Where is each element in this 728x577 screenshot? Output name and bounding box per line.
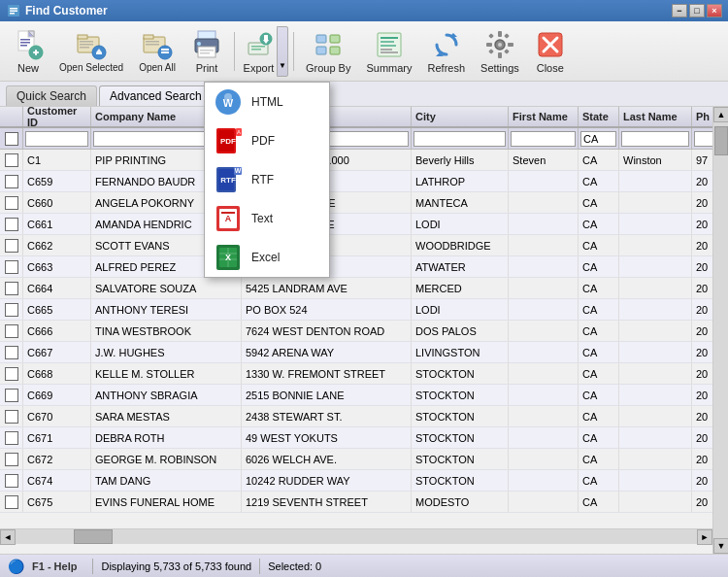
table-row[interactable]: C671 DEBRA ROTH 49 WEST YOKUTS STOCKTON … bbox=[0, 427, 712, 449]
table-row[interactable]: C665 ANTHONY TERESI PO BOX 524 LODI CA 2… bbox=[0, 299, 712, 321]
table-row[interactable]: C663 ALFRED PEREZ REL AVE ATWATER CA 20 bbox=[0, 256, 712, 278]
row-checkbox-0[interactable] bbox=[5, 153, 18, 167]
horizontal-scrollbar[interactable]: ◄ ► bbox=[0, 528, 712, 544]
table-row[interactable]: C675 EVINS FUNERAL HOME 1219 SEVENTH STR… bbox=[0, 492, 712, 513]
table-row[interactable]: C1 PIP PRINTING shire BLVD STE 1000 Beve… bbox=[0, 150, 712, 171]
filter-last-name-input[interactable] bbox=[621, 131, 689, 147]
hscroll-right-button[interactable]: ► bbox=[697, 529, 712, 545]
table-row[interactable]: C668 KELLE M. STOLLER 1330 W. FREMONT ST… bbox=[0, 363, 712, 385]
new-button[interactable]: New bbox=[6, 26, 50, 77]
table-row[interactable]: C659 FERNANDO BAUDR RITE AVE LATHROP CA … bbox=[0, 171, 712, 192]
row-checkbox-16[interactable] bbox=[5, 495, 18, 509]
filter-state-input[interactable] bbox=[580, 131, 616, 147]
row-checkbox-15[interactable] bbox=[5, 474, 18, 488]
table-row[interactable]: C667 J.W. HUGHES 5942 ARENA WAY LIVINGST… bbox=[0, 342, 712, 363]
vscroll-track[interactable] bbox=[713, 122, 728, 538]
export-rtf-item[interactable]: RTF W RTF bbox=[205, 160, 329, 199]
row-check-7[interactable] bbox=[0, 299, 23, 320]
hscroll-thumb[interactable] bbox=[74, 529, 113, 544]
export-dropdown-arrow[interactable]: ▼ bbox=[277, 26, 288, 77]
row-check-15[interactable] bbox=[0, 470, 23, 491]
row-checkbox-11[interactable] bbox=[5, 389, 18, 402]
row-check-10[interactable] bbox=[0, 363, 23, 384]
row-check-5[interactable] bbox=[0, 256, 23, 277]
row-checkbox-7[interactable] bbox=[5, 303, 18, 317]
print-button[interactable]: Print bbox=[184, 26, 229, 77]
table-row[interactable]: C670 SARA MESTAS 2438 STEWART ST. STOCKT… bbox=[0, 406, 712, 427]
close-button[interactable]: Close bbox=[528, 26, 573, 77]
row-checkbox-5[interactable] bbox=[5, 260, 18, 274]
row-check-0[interactable] bbox=[0, 150, 23, 170]
table-row[interactable]: C666 TINA WESTBROOK 7624 WEST DENTON ROA… bbox=[0, 321, 712, 342]
row-check-11[interactable] bbox=[0, 385, 23, 405]
row-checkbox-3[interactable] bbox=[5, 218, 18, 231]
row-check-12[interactable] bbox=[0, 406, 23, 426]
filter-first-name-input[interactable] bbox=[511, 131, 576, 147]
row-check-6[interactable] bbox=[0, 278, 23, 298]
table-row[interactable]: C661 AMANDA HENDRIC MINGBIRD DRIVE LODI … bbox=[0, 214, 712, 235]
row-checkbox-12[interactable] bbox=[5, 410, 18, 424]
row-check-13[interactable] bbox=[0, 427, 23, 448]
group-by-button[interactable]: Group By bbox=[299, 26, 357, 77]
table-row[interactable]: C669 ANTHONY SBRAGIA 2515 BONNIE LANE ST… bbox=[0, 385, 712, 406]
tab-quick-search[interactable]: Quick Search bbox=[6, 85, 97, 106]
filter-customer-id-input[interactable] bbox=[25, 131, 88, 147]
col-header-phone[interactable]: Ph bbox=[692, 107, 712, 126]
row-check-4[interactable] bbox=[0, 235, 23, 255]
row-checkbox-1[interactable] bbox=[5, 175, 18, 188]
open-selected-button[interactable]: Open Selected bbox=[52, 26, 130, 77]
col-header-customer-id[interactable]: Customer ID bbox=[23, 107, 91, 126]
vertical-scrollbar[interactable]: ▲ ▼ bbox=[712, 107, 728, 554]
maximize-button[interactable]: □ bbox=[689, 4, 705, 17]
filter-phone-input[interactable] bbox=[694, 131, 712, 147]
export-html-item[interactable]: W HTML bbox=[205, 83, 329, 121]
table-row[interactable]: C672 GEORGE M. ROBINSON 6026 WELCH AVE. … bbox=[0, 449, 712, 470]
row-checkbox-13[interactable] bbox=[5, 431, 18, 445]
select-all-checkbox[interactable] bbox=[5, 132, 18, 146]
row-check-1[interactable] bbox=[0, 171, 23, 191]
row-checkbox-2[interactable] bbox=[5, 196, 18, 210]
open-all-button[interactable]: Open All bbox=[132, 26, 182, 77]
export-pdf-item[interactable]: PDF A PDF bbox=[205, 121, 329, 160]
export-button[interactable]: Export bbox=[240, 26, 277, 77]
filter-city-input[interactable] bbox=[414, 131, 506, 147]
hscroll-left-button[interactable]: ◄ bbox=[0, 529, 16, 545]
row-check-2[interactable] bbox=[0, 192, 23, 213]
window-controls[interactable]: − □ × bbox=[672, 4, 722, 17]
col-header-first-name[interactable]: First Name bbox=[509, 107, 579, 126]
row-checkbox-14[interactable] bbox=[5, 453, 18, 466]
row-check-3[interactable] bbox=[0, 214, 23, 234]
vscroll-up-button[interactable]: ▲ bbox=[713, 107, 728, 122]
table-row[interactable]: C674 TAM DANG 10242 RUDDER WAY STOCKTON … bbox=[0, 470, 712, 492]
table-row[interactable]: C664 SALVATORE SOUZA 5425 LANDRAM AVE ME… bbox=[0, 278, 712, 299]
svg-rect-1 bbox=[10, 8, 17, 10]
row-checkbox-9[interactable] bbox=[5, 346, 18, 359]
row-check-14[interactable] bbox=[0, 449, 23, 469]
row-checkbox-6[interactable] bbox=[5, 282, 18, 295]
row-checkbox-10[interactable] bbox=[5, 367, 18, 381]
row-checkbox-8[interactable] bbox=[5, 324, 18, 338]
vscroll-thumb[interactable] bbox=[714, 126, 728, 155]
row-check-16[interactable] bbox=[0, 492, 23, 512]
col-header-state[interactable]: State bbox=[579, 107, 619, 126]
export-text-item[interactable]: A Text bbox=[205, 199, 329, 238]
export-excel-item[interactable]: X Excel bbox=[205, 238, 329, 277]
col-header-check[interactable] bbox=[0, 107, 23, 126]
table-row[interactable]: C660 ANGELA POKORNY UNTAIN DEW AVE MANTE… bbox=[0, 192, 712, 214]
hscroll-track[interactable] bbox=[16, 529, 697, 544]
summary-button[interactable]: Summary bbox=[359, 26, 418, 77]
vscroll-down-button[interactable]: ▼ bbox=[713, 538, 728, 554]
svg-rect-43 bbox=[330, 47, 340, 54]
table-row[interactable]: C662 SCOTT EVANS IRWAY COURT WOODBRIDGE … bbox=[0, 235, 712, 256]
tab-advanced-search[interactable]: Advanced Search bbox=[99, 85, 213, 106]
col-header-city[interactable]: City bbox=[412, 107, 509, 126]
status-sep-2 bbox=[259, 559, 260, 574]
row-check-9[interactable] bbox=[0, 342, 23, 362]
col-header-last-name[interactable]: Last Name bbox=[619, 107, 692, 126]
minimize-button[interactable]: − bbox=[672, 4, 687, 17]
settings-button[interactable]: Settings bbox=[474, 26, 526, 77]
row-check-8[interactable] bbox=[0, 321, 23, 341]
refresh-button[interactable]: Refresh bbox=[421, 26, 473, 77]
row-checkbox-4[interactable] bbox=[5, 239, 18, 253]
close-window-button[interactable]: × bbox=[707, 4, 722, 17]
